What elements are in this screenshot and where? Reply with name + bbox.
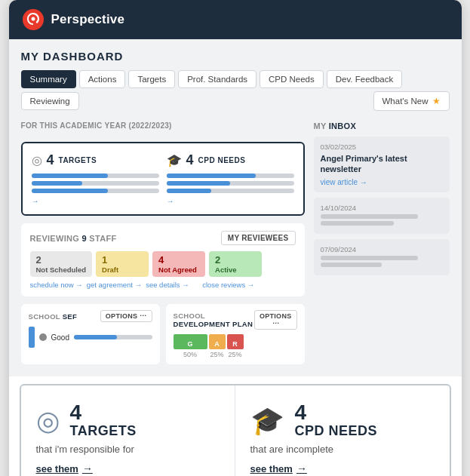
expanded-cpd-link[interactable]: see them → bbox=[250, 462, 307, 474]
cpd-count: 4 bbox=[186, 152, 194, 168]
reviewing-count: 9 bbox=[82, 234, 87, 243]
inbox-date-1: 03/02/2025 bbox=[321, 143, 443, 151]
tag-link-schedule[interactable]: schedule now → bbox=[30, 281, 83, 289]
whats-new-label: What's New bbox=[382, 97, 429, 106]
sef-options-button[interactable]: OPTIONS ⋯ bbox=[100, 310, 152, 322]
targets-label: TARGETS bbox=[59, 156, 97, 164]
cpd-header: 🎓 4 CPD NEEDS bbox=[167, 152, 294, 168]
cpd-bar-row-1 bbox=[167, 174, 294, 178]
school-cards: SCHOOL SEF OPTIONS ⋯ Good bbox=[21, 304, 305, 364]
inbox-title-span: INBOX bbox=[329, 121, 356, 131]
reviewing-header: REVIEWING 9 STAFF MY REVIEWEES bbox=[30, 231, 296, 245]
expanded-targets-count: 4 bbox=[70, 402, 137, 423]
devplan-card-header: SCHOOL DEVELOPMENT PLAN OPTIONS ⋯ bbox=[174, 310, 297, 330]
bar-fill-1 bbox=[32, 174, 108, 178]
target-icon: ◎ bbox=[32, 153, 42, 167]
inbox-bar-2b bbox=[321, 221, 394, 226]
tag-link-details[interactable]: see details → bbox=[146, 281, 198, 289]
tab-summary[interactable]: Summary bbox=[21, 70, 76, 88]
inbox-bar-3a bbox=[321, 256, 419, 260]
see-them-cpd: see them bbox=[250, 463, 293, 474]
cpd-bar-fill-2 bbox=[167, 181, 231, 186]
expanded-targets-count-label: 4 TARGETS bbox=[70, 402, 137, 439]
sef-card-header: SCHOOL SEF OPTIONS ⋯ bbox=[29, 310, 152, 322]
bar-fill-3 bbox=[32, 189, 108, 193]
page-title: MY DASHBOARD bbox=[21, 50, 450, 63]
logo-icon bbox=[23, 9, 44, 30]
see-them-targets: see them bbox=[36, 463, 78, 474]
bar-row-1 bbox=[32, 174, 159, 178]
devplan-options-button[interactable]: OPTIONS ⋯ bbox=[254, 310, 297, 330]
expanded-targets-icon-row: ◎ 4 TARGETS bbox=[36, 402, 137, 439]
bar-fill-2 bbox=[32, 181, 83, 186]
my-reviewees-button[interactable]: MY REVIEWEES bbox=[221, 231, 296, 245]
reviewing-card: REVIEWING 9 STAFF MY REVIEWEES 2 Not Sch… bbox=[21, 223, 305, 296]
status-tag-draft: 1 Draft bbox=[96, 251, 149, 277]
cpd-icon: 🎓 bbox=[167, 153, 182, 167]
svg-point-0 bbox=[31, 17, 35, 21]
sef-sublabel: SEF bbox=[63, 312, 77, 321]
inbox-item-2: 14/10/2024 bbox=[314, 198, 450, 234]
cpd-bars bbox=[167, 174, 294, 193]
expanded-targets-link[interactable]: see them → bbox=[36, 462, 93, 474]
tab-cpd-needs[interactable]: CPD Needs bbox=[260, 70, 324, 88]
targets-cpd-card: ◎ 4 TARGETS → 🎓 bbox=[21, 142, 305, 216]
expanded-target-icon: ◎ bbox=[36, 405, 60, 437]
school-sef-card: SCHOOL SEF OPTIONS ⋯ Good bbox=[21, 304, 160, 364]
targets-link[interactable]: → bbox=[32, 197, 159, 205]
expanded-cpd-item: 🎓 4 CPD NEEDS that are incomplete see th… bbox=[235, 385, 450, 476]
tab-dev-feedback[interactable]: Dev. Feedback bbox=[327, 70, 403, 88]
cpd-bar-row-2 bbox=[167, 181, 294, 186]
expanded-cpd-icon-row: 🎓 4 CPD NEEDS bbox=[250, 402, 378, 439]
blue-block bbox=[29, 327, 35, 348]
bar-row-3 bbox=[32, 189, 159, 193]
tab-targets[interactable]: Targets bbox=[128, 70, 175, 88]
inbox-item-3: 07/09/2024 bbox=[314, 239, 450, 275]
inbox-date-3: 07/09/2024 bbox=[321, 245, 443, 253]
dashboard-body: FOR THIS ACADEMIC YEAR (2022/2023) ◎ 4 T… bbox=[21, 121, 450, 364]
targets-bars bbox=[32, 174, 159, 193]
cpd-bar-fill-3 bbox=[167, 189, 211, 193]
expanded-targets-sub: that i'm responsible for bbox=[36, 444, 134, 455]
app-title: Perspective bbox=[51, 12, 125, 27]
tag-label-3: Not Agreed bbox=[158, 266, 197, 274]
school-devplan-card: SCHOOL DEVELOPMENT PLAN OPTIONS ⋯ G A R … bbox=[166, 304, 305, 364]
inbox-title: MY INBOX bbox=[314, 121, 450, 131]
tag-label-4: Active bbox=[215, 266, 237, 274]
academic-year-label: FOR THIS ACADEMIC YEAR (2022/2023) bbox=[21, 121, 305, 130]
tag-links: schedule now → get agreement → see detai… bbox=[30, 281, 296, 289]
inbox-link-1[interactable]: view article → bbox=[321, 178, 443, 186]
status-tag-not-agreed: 4 Not Agreed bbox=[152, 251, 205, 277]
devplan-bar-g: G bbox=[174, 334, 207, 349]
inbox-bar-3b bbox=[321, 263, 382, 267]
tag-link-agreement[interactable]: get agreement → bbox=[87, 281, 142, 289]
tag-label-1: Not Scheduled bbox=[36, 266, 87, 274]
left-col: FOR THIS ACADEMIC YEAR (2022/2023) ◎ 4 T… bbox=[21, 121, 305, 364]
arrow-targets: → bbox=[82, 462, 93, 474]
main-content: MY DASHBOARD Summary Actions Targets Pro… bbox=[9, 39, 462, 376]
expanded-targets-label: TARGETS bbox=[70, 423, 137, 439]
expanded-targets-item: ◎ 4 TARGETS that i'm responsible for see… bbox=[21, 385, 235, 476]
reviewing-title: REVIEWING 9 STAFF bbox=[30, 234, 117, 243]
tab-actions[interactable]: Actions bbox=[79, 70, 126, 88]
cpd-bar-fill-1 bbox=[167, 174, 256, 178]
devplan-labels: 50% 25% 25% bbox=[174, 351, 297, 358]
expanded-cpd-count: 4 bbox=[295, 402, 378, 423]
devplan-sublabel: DEVELOPMENT PLAN bbox=[174, 320, 253, 328]
devplan-bar-a: A bbox=[209, 334, 226, 349]
targets-header: ◎ 4 TARGETS bbox=[32, 152, 159, 168]
inbox-date-2: 14/10/2024 bbox=[321, 204, 443, 212]
expanded-cpd-icon: 🎓 bbox=[250, 405, 284, 437]
targets-item: ◎ 4 TARGETS → bbox=[32, 152, 159, 205]
good-bar-container bbox=[74, 335, 152, 339]
cpd-link[interactable]: → bbox=[167, 197, 294, 205]
inbox-items: 03/02/2025 Angel Primary's latest newsle… bbox=[314, 137, 450, 275]
whats-new-button[interactable]: What's New ★ bbox=[373, 91, 450, 111]
tag-count-1: 2 bbox=[36, 254, 41, 266]
tab-reviewing[interactable]: Reviewing bbox=[21, 92, 79, 110]
tag-link-close[interactable]: close reviews → bbox=[202, 281, 255, 289]
bar-row-2 bbox=[32, 181, 159, 186]
tab-prof-standards[interactable]: Prof. Standards bbox=[178, 70, 257, 88]
devplan-bars: G A R bbox=[174, 334, 297, 349]
cpd-label: CPD NEEDS bbox=[198, 156, 246, 164]
